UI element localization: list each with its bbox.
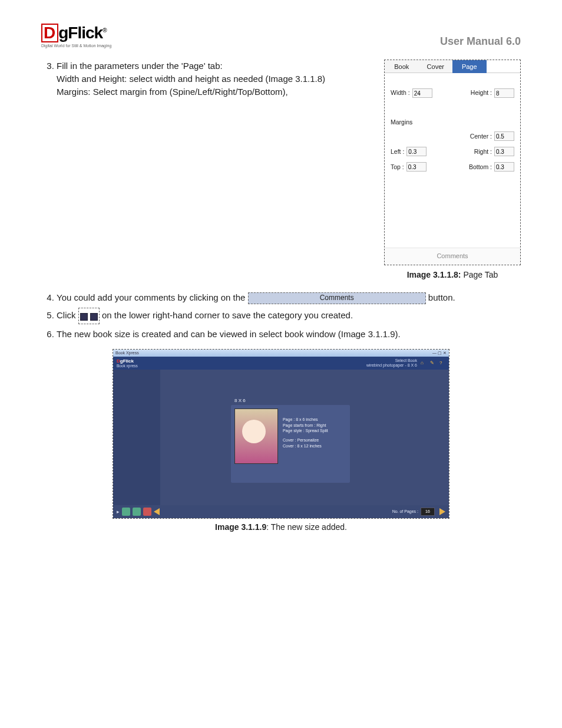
wand-icon[interactable]: ✎: [430, 360, 436, 366]
app-logo: DgFlick: [117, 358, 138, 364]
comments-button[interactable]: Comments: [248, 292, 426, 304]
right-label: Right :: [474, 147, 492, 156]
help-icon[interactable]: ?: [439, 360, 445, 366]
logo-tagline: Digital World for Still & Motion Imaging: [41, 44, 118, 48]
top-label: Top :: [391, 163, 404, 172]
pages-input[interactable]: [421, 508, 435, 516]
book-size-label: 8 X 6: [234, 398, 246, 403]
item-4: You could add your comments by clicking …: [57, 291, 521, 304]
window-title: Book Xpress: [115, 351, 139, 355]
item-6: The new book size is created and can be …: [57, 328, 521, 341]
center-input[interactable]: [494, 131, 514, 141]
select-book-window: Book Xpress — ▢ ✕ DgFlick Book xpress Se…: [113, 349, 449, 519]
height-label: Height :: [471, 88, 492, 97]
pages-label: No. of Pages :: [392, 509, 418, 513]
tab-book[interactable]: Book: [385, 60, 419, 73]
book-thumbnail: [234, 409, 278, 464]
footer-icon[interactable]: [122, 508, 130, 516]
prev-arrow-icon[interactable]: [154, 508, 160, 515]
sidebar: [113, 370, 160, 505]
item-5: Click on the lower right-hand corner to …: [57, 308, 521, 324]
height-input[interactable]: [494, 88, 514, 98]
top-input[interactable]: [406, 162, 427, 172]
window-titlebar: Book Xpress — ▢ ✕: [113, 350, 449, 357]
logo: DgFlick® Digital World for Still & Motio…: [41, 24, 118, 48]
comments-bar[interactable]: Comments: [385, 248, 520, 265]
footer-icon[interactable]: [133, 508, 141, 516]
caption-1: Image 3.1.1.8: Page Tab: [384, 269, 521, 281]
footer-icon[interactable]: [143, 508, 151, 516]
width-label: Width :: [391, 88, 410, 97]
floppy-icon: [90, 313, 98, 321]
tab-page[interactable]: Page: [452, 60, 487, 73]
item-3-text: Fill in the parameters under the 'Page' …: [57, 60, 372, 98]
caption-2: Image 3.1.1.9: The new size added.: [41, 522, 521, 532]
left-input[interactable]: [406, 147, 427, 156]
save-button[interactable]: [78, 308, 100, 324]
header-title: User Manual 6.0: [440, 35, 521, 48]
select-book-sub: wirebind photopaper - 8 X 6: [366, 363, 417, 368]
book-card[interactable]: Page : 8 x 6 inches Page starts from : R…: [231, 405, 350, 483]
left-label: Left :: [391, 147, 404, 156]
home-icon[interactable]: ⌂: [421, 360, 427, 366]
window-controls[interactable]: — ▢ ✕: [432, 351, 447, 355]
page-header: DgFlick® Digital World for Still & Motio…: [41, 24, 521, 48]
width-input[interactable]: [412, 88, 432, 98]
instruction-list: Fill in the parameters under the 'Page' …: [41, 60, 521, 341]
select-book-label: Select Book: [366, 358, 417, 363]
bottom-input[interactable]: [494, 162, 514, 172]
margins-heading: Margins: [391, 118, 514, 127]
right-input[interactable]: [494, 147, 514, 156]
floppy-icon: [80, 313, 88, 321]
bottom-label: Bottom :: [469, 163, 492, 172]
book-specs: Page : 8 x 6 inches Page starts from : R…: [283, 417, 328, 479]
app-logo-sub: Book xpress: [117, 364, 138, 368]
tab-cover[interactable]: Cover: [419, 60, 453, 73]
next-arrow-icon[interactable]: [439, 508, 445, 515]
tab-empty: [487, 60, 521, 73]
page-tab-panel: Book Cover Page Width : Height :: [384, 60, 521, 265]
center-label: Center :: [470, 132, 492, 141]
